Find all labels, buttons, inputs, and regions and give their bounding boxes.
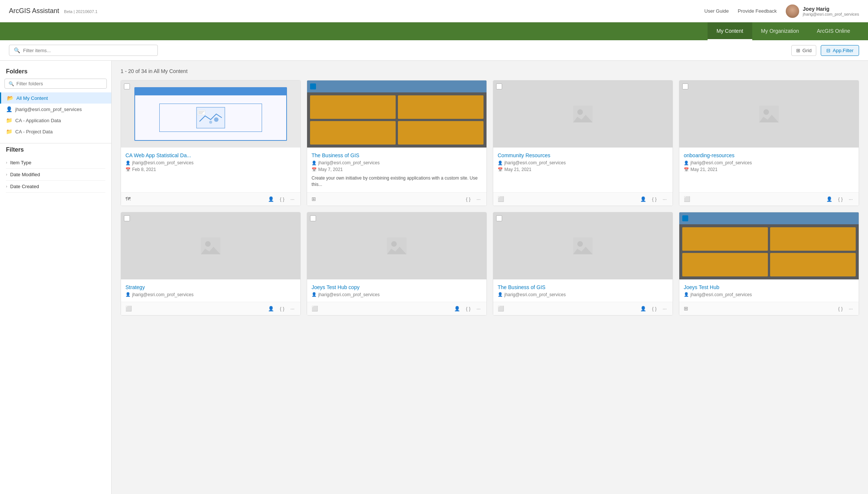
folder-icon-ca-project: 📁 [6,129,12,134]
content-summary: 1 - 20 of 34 in All My Content [121,68,859,74]
card-checkbox-community-resources[interactable] [496,83,502,89]
hub-thumbnail-business-of-gis [307,80,486,148]
nav-tab-my-content[interactable]: My Content [708,22,752,40]
json-button-ca-web-app[interactable]: { } [278,196,286,203]
folder-search: 🔍 [4,79,107,89]
item-card-onboarding-resources[interactable]: onboarding-resources 👤 jharig@esri.com_p… [679,80,859,206]
user-folder-icon: 👤 [6,106,12,112]
card-thumbnail-ca-web-app [121,80,300,148]
folder-item-all-content[interactable]: 📂 All My Content [0,92,111,104]
card-title-business-of-gis[interactable]: The Business of GIS [312,152,482,159]
share-button-joeys-test-hub-copy[interactable]: 👤 [453,305,462,312]
card-title-community-resources[interactable]: Community Resources [498,152,668,159]
folder-label-ca-app: CA - Application Data [15,118,61,123]
card-title-joeys-test-hub-copy[interactable]: Joeys Test Hub copy [312,284,482,291]
header-right: User Guide Provide Feedback Joey Harig j… [704,4,859,18]
nav-bar: My Content My Organization ArcGIS Online [0,22,868,40]
filter-item-date-modified[interactable]: › Date Modified [6,169,105,181]
more-button-community-resources[interactable]: ··· [661,196,668,203]
item-card-strategy[interactable]: Strategy 👤 jharig@esri.com_prof_services… [121,212,301,316]
thumb-placeholder-strategy [121,212,300,279]
card-checkbox-business-of-gis[interactable] [310,83,316,89]
user-email: jharig@esri.com_prof_services [803,12,859,16]
nav-tab-arcgis-online[interactable]: ArcGIS Online [808,22,859,40]
more-button-joeys-test-hub-copy[interactable]: ··· [475,305,482,312]
share-button-strategy[interactable]: 👤 [267,305,275,312]
grid-view-button[interactable]: ⊞ Grid [791,45,817,56]
card-title-strategy[interactable]: Strategy [125,284,296,291]
card-footer-strategy: ⬜ 👤 { } ··· [121,302,300,315]
item-card-business-of-gis-2[interactable]: The Business of GIS 👤 jharig@esri.com_pr… [493,212,673,316]
filter-item-date-created[interactable]: › Date Created [6,181,105,193]
nav-tab-my-org[interactable]: My Organization [752,22,808,40]
card-footer-ca-web-app: 🗺 👤 { } ··· [121,192,300,206]
item-card-joeys-test-hub-copy[interactable]: Joeys Test Hub copy 👤 jharig@esri.com_pr… [307,212,487,316]
json-button-onboarding-resources[interactable]: { } [837,196,844,203]
user-guide-link[interactable]: User Guide [704,8,729,14]
card-checkbox-business-of-gis-2[interactable] [496,215,502,221]
json-button-strategy[interactable]: { } [278,305,286,312]
card-actions-joeys-test-hub-copy: 👤 { } ··· [453,305,482,312]
card-owner-onboarding-resources: jharig@esri.com_prof_services [690,160,752,165]
more-button-business-of-gis[interactable]: ··· [475,196,482,203]
card-checkbox-ca-web-app[interactable] [124,83,130,89]
card-meta-owner-onboarding-resources: 👤 jharig@esri.com_prof_services [684,160,854,165]
json-button-community-resources[interactable]: { } [651,196,658,203]
search-input[interactable] [23,48,153,53]
feedback-link[interactable]: Provide Feedback [738,8,777,14]
card-meta-owner-community-resources: 👤 jharig@esri.com_prof_services [498,160,668,165]
type-icon-ca-web-app: 🗺 [125,196,131,202]
avatar [786,4,799,18]
share-button-ca-web-app[interactable]: 👤 [267,196,275,203]
card-title-business-of-gis-2[interactable]: The Business of GIS [498,284,668,291]
card-title-ca-web-app[interactable]: CA Web App Statistical Da... [125,152,296,159]
json-button-business-of-gis[interactable]: { } [465,196,472,203]
items-grid: CA Web App Statistical Da... 👤 jharig@es… [121,80,859,316]
card-body-onboarding-resources: onboarding-resources 👤 jharig@esri.com_p… [679,148,859,192]
filter-item-type[interactable]: › Item Type [6,157,105,169]
chevron-right-icon-date-modified: › [6,172,7,177]
json-button-joeys-test-hub-copy[interactable]: { } [465,305,472,312]
svg-point-8 [577,109,583,115]
more-button-strategy[interactable]: ··· [289,305,296,312]
card-footer-business-of-gis-2: ⬜ 👤 { } ··· [493,302,673,315]
folder-search-wrap: 🔍 [0,79,111,92]
card-checkbox-strategy[interactable] [124,215,130,221]
card-checkbox-joeys-test-hub[interactable] [682,215,688,221]
folder-item-jharig[interactable]: 👤 jharig@esri.com_prof_services [0,104,111,115]
app-filter-button[interactable]: ⊟ App.Filter [821,45,859,56]
card-title-onboarding-resources[interactable]: onboarding-resources [684,152,854,159]
card-body-community-resources: Community Resources 👤 jharig@esri.com_pr… [493,148,673,192]
grid-icon: ⊞ [796,48,800,53]
folder-label-jharig: jharig@esri.com_prof_services [15,107,82,112]
toolbar-right: ⊞ Grid ⊟ App.Filter [791,45,859,56]
person-icon-ca-web-app: 👤 [125,161,131,165]
folder-icon-ca-app: 📁 [6,117,12,123]
type-icon-joeys-test-hub-copy: ⬜ [312,305,318,311]
folder-item-ca-app-data[interactable]: 📁 CA - Application Data [0,115,111,126]
card-checkbox-onboarding-resources[interactable] [682,83,688,89]
svg-point-10 [763,109,769,115]
card-owner-business-of-gis-2: jharig@esri.com_prof_services [504,292,566,297]
appfilter-label: App.Filter [833,48,853,53]
share-button-community-resources[interactable]: 👤 [639,196,648,203]
more-button-business-of-gis-2[interactable]: ··· [661,305,668,312]
sidebar-divider [0,143,111,143]
folder-item-ca-project-data[interactable]: 📁 CA - Project Data [0,126,111,137]
card-checkbox-joeys-test-hub-copy[interactable] [310,215,316,221]
json-button-joeys-test-hub[interactable]: { } [837,305,844,312]
item-card-ca-web-app[interactable]: CA Web App Statistical Da... 👤 jharig@es… [121,80,301,206]
share-button-onboarding-resources[interactable]: 👤 [825,196,834,203]
item-card-community-resources[interactable]: Community Resources 👤 jharig@esri.com_pr… [493,80,673,206]
card-title-joeys-test-hub[interactable]: Joeys Test Hub [684,284,854,291]
folder-search-input[interactable] [16,81,103,86]
json-button-business-of-gis-2[interactable]: { } [651,305,658,312]
more-button-ca-web-app[interactable]: ··· [289,196,296,203]
more-button-joeys-test-hub[interactable]: ··· [847,305,854,312]
card-thumbnail-business-of-gis-2 [493,212,673,279]
item-card-joeys-test-hub[interactable]: Joeys Test Hub 👤 jharig@esri.com_prof_se… [679,212,859,316]
more-button-onboarding-resources[interactable]: ··· [847,196,854,203]
item-card-business-of-gis[interactable]: The Business of GIS 👤 jharig@esri.com_pr… [307,80,487,206]
share-button-business-of-gis-2[interactable]: 👤 [639,305,648,312]
card-date-onboarding-resources: May 21, 2021 [690,167,718,172]
